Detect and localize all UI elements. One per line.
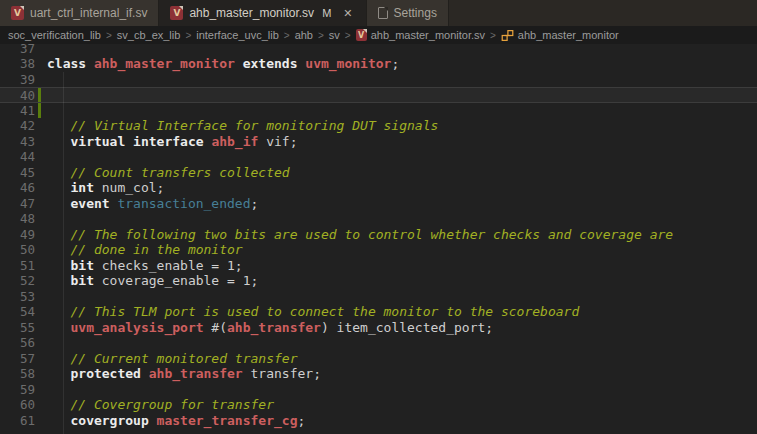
code-token: protected	[70, 366, 140, 381]
code-token: // The following two bits are used to co…	[47, 227, 673, 242]
line-number: 39	[0, 72, 35, 88]
code-line-57[interactable]: 57 // Current monitored transfer	[0, 351, 757, 367]
code-token: event	[70, 196, 109, 211]
breadcrumb-item-ahb-master-monitor-sv[interactable]: Vahb_master_monitor.sv	[356, 29, 485, 41]
tab-label: uart_ctrl_internal_if.sv	[30, 6, 147, 20]
line-number: 38	[0, 56, 35, 72]
code-token	[47, 180, 70, 195]
tab-label: ahb_master_monitor.sv	[189, 6, 314, 20]
code-token: ;	[391, 56, 399, 71]
breadcrumb-item-sv[interactable]: sv	[329, 29, 340, 41]
code-token: coverage_enable = 1;	[94, 273, 258, 288]
breadcrumb-item-soc-verification-lib[interactable]: soc_verification_lib	[8, 29, 101, 41]
code-line-49[interactable]: 49 // The following two bits are used to…	[0, 227, 757, 243]
breadcrumb-item-sv-cb-ex-lib[interactable]: sv_cb_ex_lib	[117, 29, 181, 41]
code-line-47[interactable]: 47 event transaction_ended;	[0, 196, 757, 212]
code-token: num_col;	[94, 180, 164, 195]
breadcrumb-label: soc_verification_lib	[8, 29, 101, 41]
breadcrumb-label: ahb_master_monitor.sv	[371, 29, 485, 41]
line-number: 48	[0, 211, 35, 227]
code-token: virtual interface	[70, 134, 203, 149]
breadcrumb-separator: >	[106, 30, 112, 41]
breadcrumb-separator: >	[185, 30, 191, 41]
git-modified-badge: M	[322, 7, 331, 19]
code-line-37[interactable]: 37	[0, 44, 757, 56]
breadcrumb: soc_verification_lib>sv_cb_ex_lib>interf…	[0, 26, 757, 44]
code-token	[141, 366, 149, 381]
code-line-50[interactable]: 50 // done in the monitor	[0, 242, 757, 258]
code-line-43[interactable]: 43 virtual interface ahb_if vif;	[0, 134, 757, 150]
code-token: bit	[70, 258, 93, 273]
code-line-41[interactable]: 41	[0, 103, 757, 119]
code-token: #(	[204, 320, 227, 335]
code-line-48[interactable]: 48	[0, 211, 757, 227]
tab-label: Settings	[394, 6, 437, 20]
line-number: 51	[0, 258, 35, 274]
code-token: covergroup	[70, 413, 148, 428]
code-token: // Covergroup for transfer	[47, 397, 274, 412]
code-line-52[interactable]: 52 bit coverage_enable = 1;	[0, 273, 757, 289]
line-number: 49	[0, 227, 35, 243]
line-number: 55	[0, 320, 35, 336]
code-line-38[interactable]: 38class ahb_master_monitor extends uvm_m…	[0, 56, 757, 72]
code-editor[interactable]: 3738class ahb_master_monitor extends uvm…	[0, 44, 757, 434]
breadcrumb-item-ahb-master-monitor[interactable]: ahb_master_monitor	[501, 29, 619, 42]
line-number: 46	[0, 180, 35, 196]
code-token	[47, 258, 70, 273]
code-line-56[interactable]: 56	[0, 335, 757, 351]
tab-ahb-master-monitor[interactable]: V ahb_master_monitor.sv M ✕	[159, 0, 366, 26]
code-token	[47, 196, 70, 211]
code-token: // This TLM port is used to connect the …	[47, 304, 579, 319]
line-number: 60	[0, 397, 35, 413]
code-line-59[interactable]: 59	[0, 382, 757, 398]
code-token	[47, 366, 70, 381]
line-number: 45	[0, 165, 35, 181]
code-token: // Count transfers collected	[47, 165, 290, 180]
code-line-51[interactable]: 51 bit checks_enable = 1;	[0, 258, 757, 274]
close-icon[interactable]: ✕	[341, 6, 354, 21]
line-number: 61	[0, 413, 35, 429]
code-line-40[interactable]: 40	[0, 87, 757, 103]
code-line-45[interactable]: 45 // Count transfers collected	[0, 165, 757, 181]
systemverilog-file-icon: V	[170, 6, 183, 20]
code-line-53[interactable]: 53	[0, 289, 757, 305]
code-token	[47, 413, 70, 428]
breadcrumb-separator: >	[490, 30, 496, 41]
editor-tab-bar: V uart_ctrl_internal_if.sv V ahb_master_…	[0, 0, 757, 26]
code-token: uvm_monitor	[305, 56, 391, 71]
code-line-42[interactable]: 42 // Virtual Interface for monitoring D…	[0, 118, 757, 134]
code-line-61[interactable]: 61 covergroup master_transfer_cg;	[0, 413, 757, 429]
breadcrumb-separator: >	[284, 30, 290, 41]
code-line-39[interactable]: 39	[0, 72, 757, 88]
class-symbol-icon	[501, 29, 514, 42]
git-added-indicator	[38, 103, 41, 119]
code-token: class	[47, 56, 86, 71]
code-token: // Current monitored transfer	[47, 351, 297, 366]
code-token: ahb_transfer	[149, 366, 243, 381]
code-line-60[interactable]: 60 // Covergroup for transfer	[0, 397, 757, 413]
code-line-46[interactable]: 46 int num_col;	[0, 180, 757, 196]
line-number: 53	[0, 289, 35, 305]
code-line-54[interactable]: 54 // This TLM port is used to connect t…	[0, 304, 757, 320]
line-number: 37	[0, 44, 35, 56]
breadcrumb-item-interface-uvc-lib[interactable]: interface_uvc_lib	[196, 29, 279, 41]
tab-uart-ctrl-internal-if[interactable]: V uart_ctrl_internal_if.sv	[0, 0, 159, 26]
tab-settings[interactable]: Settings	[367, 0, 449, 26]
line-number: 54	[0, 304, 35, 320]
code-token: ahb_transfer	[227, 320, 321, 335]
code-token: extends	[243, 56, 298, 71]
code-lines: 3738class ahb_master_monitor extends uvm…	[0, 44, 757, 428]
line-number: 44	[0, 149, 35, 165]
code-line-55[interactable]: 55 uvm_analysis_port #(ahb_transfer) ite…	[0, 320, 757, 336]
code-line-44[interactable]: 44	[0, 149, 757, 165]
code-token: transfer;	[243, 366, 321, 381]
code-token: // Virtual Interface for monitoring DUT …	[47, 118, 438, 133]
line-number: 41	[0, 103, 35, 119]
code-token	[86, 56, 94, 71]
code-token: bit	[70, 273, 93, 288]
code-token: master_transfer_cg	[157, 413, 298, 428]
code-token	[47, 320, 70, 335]
breadcrumb-item-ahb[interactable]: ahb	[295, 29, 313, 41]
code-token	[47, 273, 70, 288]
code-line-58[interactable]: 58 protected ahb_transfer transfer;	[0, 366, 757, 382]
